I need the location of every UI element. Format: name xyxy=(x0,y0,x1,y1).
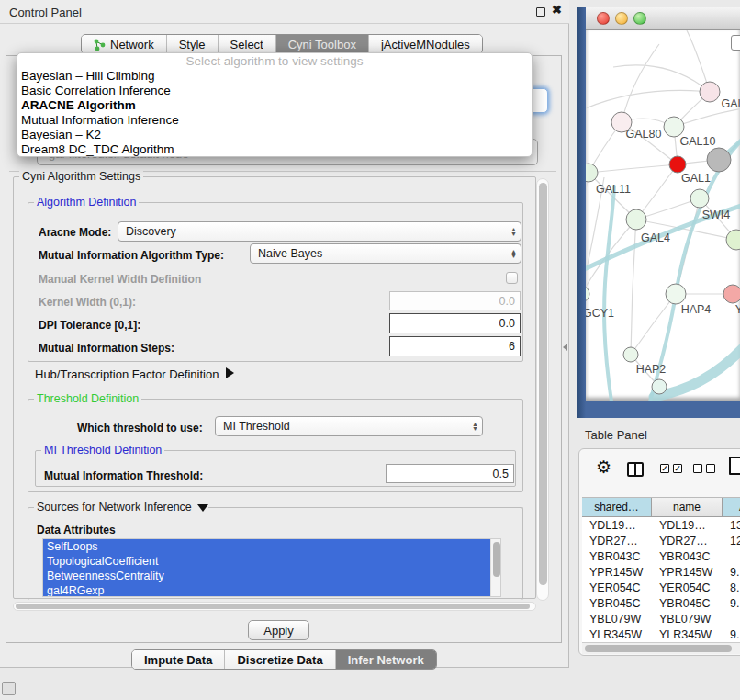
table-cell[interactable]: YER054C xyxy=(652,580,723,595)
network-edge-highlight[interactable] xyxy=(604,186,614,401)
table-cell[interactable]: YBL079W xyxy=(652,611,723,627)
birdseye-toggle[interactable] xyxy=(731,35,740,51)
network-edge[interactable] xyxy=(586,173,589,294)
table-cell[interactable] xyxy=(723,548,740,564)
zoom-traffic-icon[interactable] xyxy=(633,12,646,25)
collapse-down-icon[interactable] xyxy=(197,504,208,512)
network-edge[interactable] xyxy=(586,90,710,108)
tab-network[interactable]: Network xyxy=(82,35,167,53)
column-header-shared…[interactable]: shared… xyxy=(582,498,652,516)
network-node-gal11[interactable] xyxy=(586,164,598,182)
network-edge[interactable] xyxy=(589,164,678,173)
table-row[interactable]: YPR145WYPR145W9. xyxy=(582,564,740,580)
list-vertical-scrollbar[interactable] xyxy=(490,539,500,596)
network-window-titlebar[interactable] xyxy=(586,7,740,30)
table-row[interactable]: YLR345WYLR345W9. xyxy=(582,627,740,642)
table-cell[interactable]: YBR045C xyxy=(652,595,723,611)
network-edge[interactable] xyxy=(622,44,659,122)
table-cell[interactable]: YLR345W xyxy=(582,627,652,642)
network-node-hap2[interactable] xyxy=(623,347,638,362)
network-node-hap4[interactable] xyxy=(666,284,686,304)
network-node[interactable] xyxy=(726,230,740,250)
mi-type-combo[interactable]: Naive Bayes ▲▼ xyxy=(250,243,521,264)
data-attributes-list[interactable]: SelfLoopsTopologicalCoefficientBetweenne… xyxy=(42,538,501,597)
dropdown-item[interactable]: Dream8 DC_TDC Algorithm xyxy=(17,142,532,157)
tab-impute-data[interactable]: Impute Data xyxy=(132,650,225,669)
settings-horizontal-scrollbar[interactable] xyxy=(13,602,536,611)
network-node-gal1[interactable] xyxy=(669,156,686,173)
kernel-width-field[interactable]: 0.0 xyxy=(389,291,521,310)
table-cell[interactable]: YBL079W xyxy=(582,611,652,627)
attribute-item[interactable]: TopologicalCoefficient xyxy=(43,554,490,569)
mi-steps-field[interactable]: 6 xyxy=(389,336,521,356)
tab-cyni-toolbox[interactable]: Cyni Toolbox xyxy=(276,35,369,53)
table-cell[interactable]: YLR345W xyxy=(652,627,723,642)
table-row[interactable]: YBR045CYBR045C9. xyxy=(582,595,740,611)
table-cell[interactable]: 8. xyxy=(723,580,740,595)
table-row[interactable]: YDL19…YDL19…13 xyxy=(582,517,740,533)
unchecked-columns-icon[interactable] xyxy=(693,464,715,473)
close-icon[interactable]: ✖ xyxy=(552,3,562,17)
which-threshold-combo[interactable]: MI Threshold ▲▼ xyxy=(215,416,483,436)
tab-discretize-data[interactable]: Discretize Data xyxy=(225,650,335,669)
float-window-icon[interactable] xyxy=(536,7,545,17)
dropdown-item[interactable]: Bayesian – Hill Climbing xyxy=(17,69,532,84)
table-row[interactable]: YBL079WYBL079W xyxy=(582,611,740,627)
attribute-item[interactable]: BetweennessCentrality xyxy=(43,569,490,583)
table-cell[interactable]: 9. xyxy=(723,627,740,642)
close-traffic-icon[interactable] xyxy=(597,12,610,25)
table-cell[interactable]: YPR145W xyxy=(582,564,652,580)
table-row[interactable]: YDR27…YDR27…12 xyxy=(582,533,740,548)
table-cell[interactable]: 12 xyxy=(723,533,740,548)
aracne-mode-combo[interactable]: Discovery ▲▼ xyxy=(118,221,521,242)
table-cell[interactable]: YPR145W xyxy=(652,564,723,580)
network-node-gal4[interactable] xyxy=(626,209,646,230)
network-node-y[interactable] xyxy=(723,285,740,303)
network-node-gal10[interactable] xyxy=(664,117,684,137)
network-canvas[interactable]: GALGAL80GAL10GAL1GAL11SWI4GAL4GCY1HAP4YH… xyxy=(586,30,740,401)
minimize-traffic-icon[interactable] xyxy=(615,12,628,25)
dropdown-item[interactable]: Basic Correlation Inference xyxy=(17,84,532,98)
network-node-gcy1[interactable] xyxy=(586,286,589,302)
dropdown-item[interactable]: Mutual Information Inference xyxy=(17,113,532,128)
table-cell[interactable]: YBR043C xyxy=(582,548,652,564)
table-cell[interactable]: 9. xyxy=(723,564,740,580)
table-cell[interactable]: 9. xyxy=(723,595,740,611)
tab-jactivemnodules[interactable]: jActiveMNodules xyxy=(369,35,482,53)
manual-kernel-checkbox[interactable] xyxy=(506,272,518,284)
table-cell[interactable]: YDR27… xyxy=(582,533,652,548)
column-header-A[interactable]: A xyxy=(723,498,740,516)
tab-infer-network[interactable]: Infer Network xyxy=(336,650,436,669)
dropdown-item[interactable]: ARACNE Algorithm xyxy=(17,98,532,113)
checked-columns-icon[interactable]: ✓✓ xyxy=(660,464,682,473)
panel-corner-icon[interactable] xyxy=(2,682,16,695)
dropdown-item[interactable]: Bayesian – K2 xyxy=(17,128,532,142)
split-columns-icon[interactable] xyxy=(627,462,644,477)
tab-select[interactable]: Select xyxy=(219,35,276,53)
apply-button[interactable]: Apply xyxy=(248,620,309,640)
table-cell[interactable] xyxy=(723,611,740,627)
hub-section-toggle[interactable]: Hub/Transcription Factor Definition xyxy=(35,367,234,381)
dpi-tolerance-field[interactable]: 0.0 xyxy=(389,313,521,333)
table-cell[interactable]: YDL19… xyxy=(652,517,723,533)
table-cell[interactable]: YBR045C xyxy=(582,595,652,611)
table-row[interactable]: YBR043CYBR043C xyxy=(582,548,740,564)
table-cell[interactable]: YDR27… xyxy=(652,533,723,548)
table-cell[interactable]: YDL19… xyxy=(582,517,652,533)
node-table[interactable]: shared…nameA YDL19…YDL19…13YDR27…YDR27…1… xyxy=(582,497,740,644)
network-edge[interactable] xyxy=(613,65,710,92)
table-cell[interactable]: 13 xyxy=(723,517,740,533)
attribute-item[interactable]: SelfLoops xyxy=(43,539,490,554)
network-node-gal[interactable] xyxy=(700,82,720,102)
attribute-item[interactable]: gal4RGexp xyxy=(43,583,490,597)
table-horizontal-scrollbar[interactable] xyxy=(582,642,740,654)
tab-style[interactable]: Style xyxy=(167,35,219,53)
table-row[interactable]: YER054CYER054C8. xyxy=(582,580,740,595)
network-node[interactable] xyxy=(652,379,667,394)
network-edge-highlight[interactable] xyxy=(654,347,740,397)
file-icon[interactable] xyxy=(729,457,740,475)
column-header-name[interactable]: name xyxy=(652,498,723,516)
gear-icon[interactable]: ⚙ xyxy=(596,458,611,476)
network-node[interactable] xyxy=(707,148,731,172)
network-node-swi4[interactable] xyxy=(690,189,709,208)
